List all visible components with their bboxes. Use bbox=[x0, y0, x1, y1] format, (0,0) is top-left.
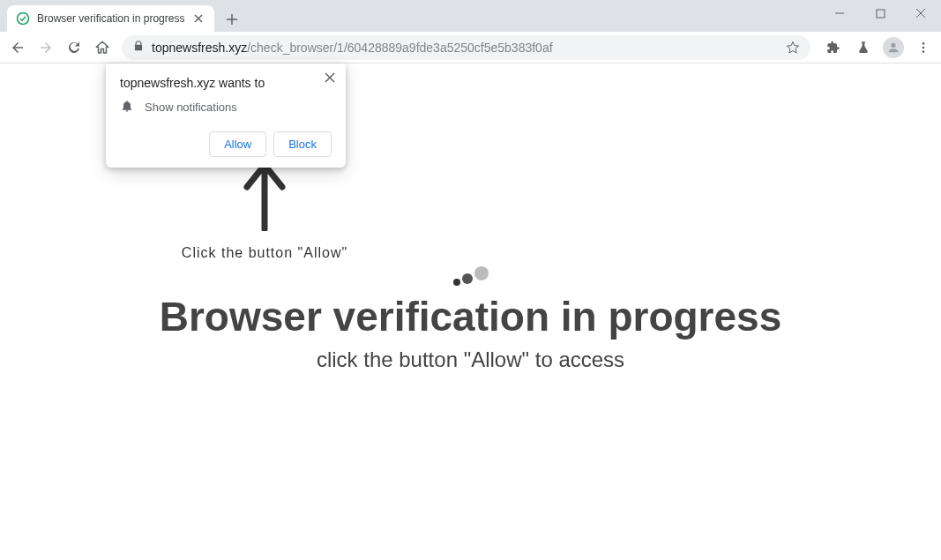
loading-spinner-icon bbox=[453, 266, 489, 286]
allow-button[interactable]: Allow bbox=[209, 131, 266, 157]
url-host: topnewsfresh.xyz bbox=[152, 41, 247, 55]
window-minimize-button[interactable] bbox=[819, 0, 860, 26]
forward-button[interactable] bbox=[34, 35, 58, 60]
menu-icon[interactable] bbox=[911, 35, 936, 60]
hint-area: Click the button "Allow" bbox=[159, 161, 370, 261]
svg-point-5 bbox=[922, 50, 925, 53]
url-path: /check_browser/1/60428889a9fde3a5250cf5e… bbox=[247, 41, 552, 55]
svg-rect-1 bbox=[877, 10, 885, 18]
window-maximize-button[interactable] bbox=[860, 0, 900, 26]
tab-favicon-icon bbox=[16, 11, 30, 26]
hint-text: Click the button "Allow" bbox=[159, 245, 370, 261]
popup-permission-label: Show notifications bbox=[145, 101, 237, 114]
svg-point-4 bbox=[922, 46, 925, 49]
popup-title: topnewsfresh.xyz wants to bbox=[120, 76, 332, 90]
notification-permission-popup: topnewsfresh.xyz wants to Show notificat… bbox=[106, 63, 346, 168]
bookmark-star-icon[interactable] bbox=[786, 41, 800, 55]
window-close-button[interactable] bbox=[900, 0, 941, 26]
block-button[interactable]: Block bbox=[273, 131, 332, 157]
url-text: topnewsfresh.xyz/check_browser/1/6042888… bbox=[152, 41, 779, 55]
tab-strip: Browser verification in progress bbox=[0, 0, 244, 32]
browser-toolbar: topnewsfresh.xyz/check_browser/1/6042888… bbox=[0, 32, 941, 63]
labs-icon[interactable] bbox=[851, 35, 876, 60]
home-button[interactable] bbox=[90, 35, 115, 60]
page-heading: Browser verification in progress bbox=[0, 293, 941, 340]
lock-icon bbox=[132, 40, 145, 55]
svg-point-3 bbox=[922, 42, 925, 45]
svg-point-2 bbox=[891, 42, 895, 47]
address-bar[interactable]: topnewsfresh.xyz/check_browser/1/6042888… bbox=[122, 35, 810, 60]
new-tab-button[interactable] bbox=[220, 7, 244, 32]
extensions-icon[interactable] bbox=[821, 35, 846, 60]
window-controls bbox=[819, 0, 941, 26]
reload-button[interactable] bbox=[62, 35, 86, 60]
toolbar-right-icons bbox=[821, 35, 936, 60]
page-content: topnewsfresh.xyz wants to Show notificat… bbox=[0, 63, 941, 560]
arrow-up-icon bbox=[243, 161, 287, 231]
window-title-bar: Browser verification in progress bbox=[0, 0, 941, 32]
popup-permission-row: Show notifications bbox=[120, 99, 332, 116]
browser-tab[interactable]: Browser verification in progress bbox=[7, 5, 214, 32]
page-subheading: click the button "Allow" to access bbox=[0, 347, 941, 372]
tab-close-icon[interactable] bbox=[191, 11, 205, 26]
tab-title: Browser verification in progress bbox=[37, 12, 184, 25]
bell-icon bbox=[120, 99, 134, 116]
back-button[interactable] bbox=[5, 35, 30, 60]
popup-close-icon[interactable] bbox=[321, 69, 339, 86]
profile-avatar[interactable] bbox=[881, 35, 906, 60]
popup-actions: Allow Block bbox=[120, 131, 332, 157]
